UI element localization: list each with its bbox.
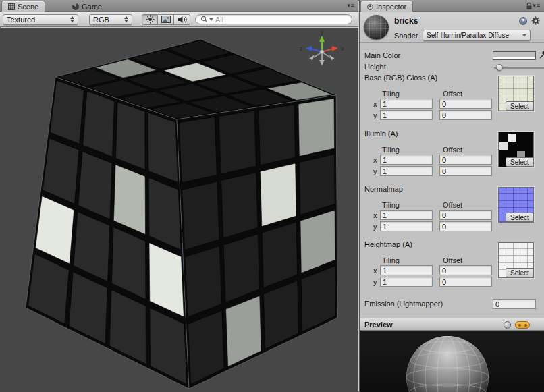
preview-title: Preview: [364, 320, 393, 329]
height-slider-thumb[interactable]: [496, 64, 503, 71]
preview-bar: Preview: [360, 318, 544, 331]
texture-slot-label: Normalmap: [364, 185, 403, 193]
height-label: Height: [364, 63, 386, 71]
texture-slot-label: Base (RGB) Gloss (A): [364, 74, 437, 82]
offset-x-field[interactable]: [439, 210, 492, 220]
tiling-x-field[interactable]: [380, 155, 433, 165]
orientation-gizmo[interactable]: y x z: [294, 29, 352, 71]
offset-y-field[interactable]: [439, 221, 492, 231]
search-icon: [200, 16, 207, 23]
shader-dropdown[interactable]: Self-Illumin/Parallax Diffuse: [423, 30, 531, 41]
scene-viewport[interactable]: y x z: [0, 28, 358, 392]
tab-scene[interactable]: Scene: [1, 1, 45, 12]
preview-lighting-toggle-icon[interactable]: [515, 321, 530, 329]
skybox-toggle-button[interactable]: [158, 14, 174, 25]
x-axis-label: x: [373, 211, 379, 219]
scene-grid-icon: [8, 3, 15, 10]
tiling-header: Tiling: [382, 256, 400, 264]
gizmo-z-axis[interactable]: z: [300, 45, 322, 52]
bricks-cube-object[interactable]: [0, 28, 358, 392]
channel-value: RGB: [93, 16, 120, 24]
x-axis-label: x: [373, 100, 379, 108]
tiling-x-field[interactable]: [380, 265, 433, 275]
select-button[interactable]: Select: [506, 213, 534, 222]
gizmo-x-label: x: [341, 45, 344, 52]
offset-x-field[interactable]: [439, 155, 492, 165]
material-name: bricks: [394, 16, 418, 26]
channel-dropdown[interactable]: RGB: [89, 14, 132, 25]
scene-panel-menu-icon[interactable]: ▾≡: [347, 2, 355, 9]
inspector-icon: [367, 4, 373, 10]
help-icon[interactable]: ?: [519, 17, 527, 25]
tab-game-label: Game: [82, 3, 102, 11]
chevron-down-icon: [522, 34, 526, 37]
texture-slot-normalmap: Normalmap Select Tiling Offset x y: [360, 185, 544, 240]
game-icon: [72, 3, 79, 10]
tiling-header: Tiling: [382, 146, 400, 154]
draw-mode-value: Textured: [7, 16, 66, 24]
tiling-x-field[interactable]: [380, 99, 433, 109]
gizmo-y-label: y: [321, 29, 324, 36]
y-axis-label: y: [373, 167, 379, 175]
tiling-x-field[interactable]: [380, 210, 433, 220]
emission-field[interactable]: [493, 299, 536, 309]
search-input[interactable]: [215, 16, 347, 24]
scene-tabbar: Scene Game ▾≡: [0, 0, 358, 12]
tab-scene-label: Scene: [18, 3, 38, 11]
search-field[interactable]: [195, 14, 352, 24]
search-filter-arrow-icon[interactable]: [209, 18, 213, 21]
preview-sphere: [360, 331, 544, 392]
offset-header: Offset: [443, 201, 462, 209]
main-color-swatch[interactable]: [493, 51, 536, 60]
tab-inspector[interactable]: Inspector: [360, 1, 413, 12]
gizmo-center[interactable]: [320, 50, 324, 54]
audio-toggle-button[interactable]: [174, 14, 190, 25]
tiling-y-field[interactable]: [380, 221, 433, 231]
offset-y-field[interactable]: [439, 277, 492, 287]
inspector-panel-menu-icon[interactable]: ▾≡: [533, 2, 541, 9]
offset-x-field[interactable]: [439, 265, 492, 275]
sun-icon: [146, 15, 155, 24]
texture-slot-base: Base (RGB) Gloss (A) Select Tiling Offse…: [360, 74, 544, 129]
tab-inspector-label: Inspector: [376, 3, 406, 11]
select-button[interactable]: Select: [506, 101, 534, 111]
inspector-panel: Inspector ▾≡ bricks ?: [359, 0, 544, 392]
draw-mode-dropdown[interactable]: Textured: [3, 14, 78, 25]
preview-sphere-toggle-icon[interactable]: [504, 321, 511, 329]
offset-x-field[interactable]: [439, 99, 492, 109]
cube-face-left: [26, 77, 189, 389]
lighting-toggle-button[interactable]: [142, 14, 158, 25]
offset-y-field[interactable]: [439, 166, 492, 176]
material-preview-area[interactable]: [360, 331, 544, 392]
tab-game[interactable]: Game: [66, 1, 108, 12]
eyedropper-icon[interactable]: [539, 49, 544, 59]
select-button[interactable]: Select: [506, 157, 534, 167]
tiling-y-field[interactable]: [380, 110, 433, 120]
select-button[interactable]: Select: [506, 268, 534, 277]
offset-y-field[interactable]: [439, 110, 492, 120]
tiling-header: Tiling: [382, 201, 400, 209]
updown-arrows-icon: [70, 16, 74, 22]
offset-header: Offset: [443, 256, 462, 264]
offset-header: Offset: [443, 90, 462, 98]
texture-slot-label: Illumin (A): [364, 130, 398, 138]
emission-label: Emission (Lightmapper): [364, 300, 443, 308]
tiling-header: Tiling: [382, 90, 400, 98]
x-axis-label: x: [373, 156, 379, 164]
shader-label: Shader: [394, 32, 418, 40]
y-axis-label: y: [373, 111, 379, 119]
lock-icon[interactable]: [526, 2, 533, 10]
gizmo-y-axis[interactable]: y: [319, 29, 325, 52]
tiling-y-field[interactable]: [380, 166, 433, 176]
gizmo-x-axis[interactable]: x: [322, 45, 344, 52]
material-header: bricks ? Shader Self-Illumin/Parallax Di…: [360, 12, 544, 43]
scene-panel: Scene Game ▾≡ Textured RGB: [0, 0, 358, 392]
texture-slot-illumin: Illumin (A) Select Tiling Offset x y: [360, 130, 544, 185]
speaker-icon: [178, 16, 187, 24]
texture-slot-heightmap: Heightmap (A) Select Tiling Offset x y: [360, 240, 544, 296]
image-icon: [161, 16, 171, 23]
material-sphere-icon: [364, 15, 389, 40]
tiling-y-field[interactable]: [380, 277, 433, 287]
gear-icon[interactable]: [531, 16, 540, 25]
shader-value: Self-Illumin/Parallax Diffuse: [427, 32, 522, 39]
